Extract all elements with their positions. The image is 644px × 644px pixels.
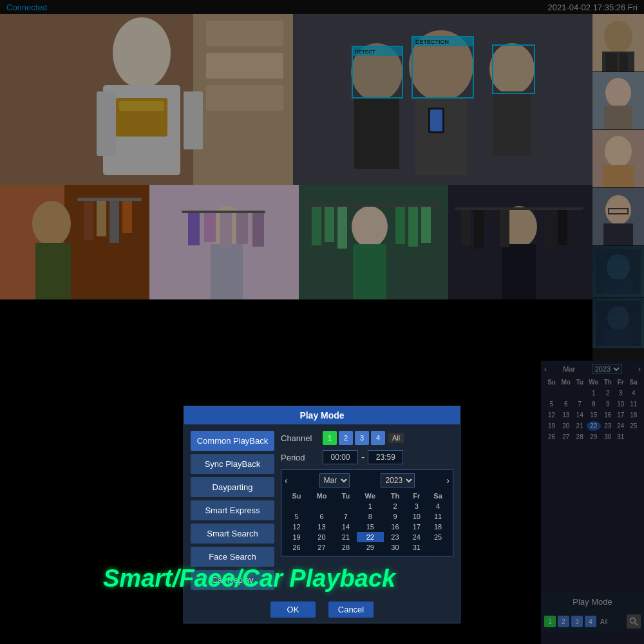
cal-day-cell[interactable]: 17	[406, 522, 426, 532]
cal-header-su: Su	[285, 491, 308, 501]
cal-day-cell[interactable]: 20	[308, 532, 335, 542]
cal-day-cell[interactable]: 30	[384, 542, 407, 553]
cal-day-cell[interactable]: 13	[308, 522, 335, 532]
cal-day-cell[interactable]: 5	[285, 511, 308, 522]
cal-header-sa: Sa	[426, 491, 450, 501]
common-playback-btn[interactable]: Common PlayBack	[191, 431, 274, 451]
cal-next-btn[interactable]: ›	[446, 475, 450, 486]
cal-day-cell[interactable]: 1	[357, 501, 384, 511]
cal-day-cell[interactable]: 28	[335, 542, 357, 553]
channel-label: Channel	[281, 433, 319, 443]
cal-day-cell[interactable]: 29	[357, 542, 384, 553]
channel-2-btn[interactable]: 2	[339, 431, 353, 445]
cal-day-cell[interactable]: 27	[308, 542, 335, 553]
channel-1-btn[interactable]: 1	[323, 431, 337, 445]
cal-day-cell[interactable]: 14	[335, 522, 357, 532]
cal-header-fr: Fr	[406, 491, 426, 501]
cal-day-cell[interactable]: 23	[384, 532, 407, 542]
cal-day-cell[interactable]: 22	[357, 532, 384, 542]
cal-header-we: We	[357, 491, 384, 501]
sync-playback-btn[interactable]: Sync PlayBack	[191, 454, 274, 474]
cal-day-cell[interactable]: 9	[384, 511, 407, 522]
cal-day-cell[interactable]: 16	[384, 522, 407, 532]
cal-day-cell[interactable]: 2	[384, 501, 407, 511]
dialog-sidebar: Common PlayBack Sync PlayBack Dayparting…	[191, 431, 274, 590]
cal-month-select[interactable]: Mar	[319, 473, 350, 488]
cal-day-cell[interactable]: 7	[335, 511, 357, 522]
smart-search-btn[interactable]: Smart Search	[191, 524, 274, 544]
period-dash: -	[361, 451, 365, 463]
cal-day-cell[interactable]: 31	[406, 542, 426, 553]
cal-day-cell[interactable]: 12	[285, 522, 308, 532]
cal-day-cell	[285, 501, 308, 511]
cal-day-cell[interactable]: 8	[357, 511, 384, 522]
cal-day-cell[interactable]: 10	[406, 511, 426, 522]
calendar-header: ‹ Mar 2023 ›	[285, 473, 450, 488]
period-label: Period	[281, 453, 319, 462]
cal-header-th: Th	[384, 491, 407, 501]
cal-day-cell[interactable]: 6	[308, 511, 335, 522]
ok-button[interactable]: OK	[270, 601, 316, 618]
dayparting-btn[interactable]: Dayparting	[191, 477, 274, 497]
cal-header-mo: Mo	[308, 491, 335, 501]
cal-day-cell	[426, 542, 450, 553]
dialog-title: Play Mode	[184, 406, 460, 424]
cal-day-cell[interactable]: 24	[406, 532, 426, 542]
period-row: Period -	[281, 450, 453, 464]
period-end-input[interactable]	[368, 450, 403, 464]
cal-day-cell[interactable]: 3	[406, 501, 426, 511]
channel-3-btn[interactable]: 3	[355, 431, 369, 445]
cal-prev-btn[interactable]: ‹	[285, 475, 288, 486]
car-replay-btn[interactable]: Car Replay	[191, 570, 274, 590]
calendar-grid: Su Mo Tu We Th Fr Sa 1234567891011121314…	[285, 491, 450, 553]
cal-day-cell[interactable]: 11	[426, 511, 450, 522]
cancel-button[interactable]: Cancel	[328, 601, 374, 618]
play-mode-dialog: Play Mode Common PlayBack Sync PlayBack …	[184, 406, 460, 623]
channel-4-btn[interactable]: 4	[371, 431, 385, 445]
dialog-footer: OK Cancel	[184, 596, 460, 623]
channel-all-btn[interactable]: All	[388, 433, 404, 443]
cal-day-cell	[308, 501, 335, 511]
channel-row: Channel 1 2 3 4 All	[281, 431, 453, 445]
cal-day-cell[interactable]: 15	[357, 522, 384, 532]
period-start-input[interactable]	[323, 450, 358, 464]
cal-year-select[interactable]: 2023	[381, 473, 415, 488]
face-search-btn[interactable]: Face Search	[191, 547, 274, 567]
cal-day-cell[interactable]: 26	[285, 542, 308, 553]
cal-day-cell	[335, 501, 357, 511]
cal-header-tu: Tu	[335, 491, 357, 501]
smart-express-btn[interactable]: Smart Express	[191, 500, 274, 520]
inner-calendar: ‹ Mar 2023 › Su Mo Tu We	[281, 469, 453, 556]
cal-day-cell[interactable]: 19	[285, 532, 308, 542]
calendar-body: 1234567891011121314151617181920212223242…	[285, 501, 450, 553]
cal-day-cell[interactable]: 25	[426, 532, 450, 542]
channel-buttons: 1 2 3 4	[323, 431, 385, 445]
dialog-content: Channel 1 2 3 4 All Period - ‹	[281, 431, 453, 590]
cal-day-cell[interactable]: 4	[426, 501, 450, 511]
cal-day-cell[interactable]: 21	[335, 532, 357, 542]
cal-day-cell[interactable]: 18	[426, 522, 450, 532]
